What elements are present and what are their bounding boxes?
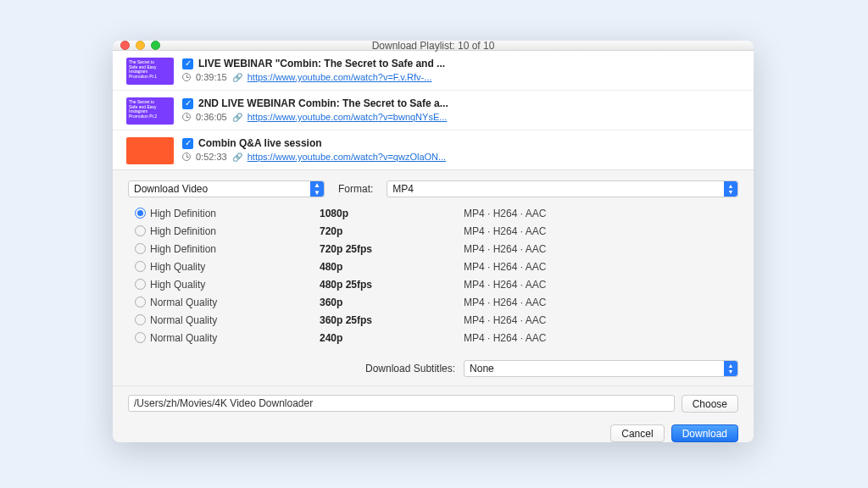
quality-label: High Definition <box>150 243 320 255</box>
video-duration: 0:36:05 <box>196 112 227 122</box>
quality-resolution: 240p <box>320 332 464 344</box>
titlebar: Download Playlist: 10 of 10 <box>113 41 754 51</box>
path-row: /Users/zh/Movies/4K Video Downloader Cho… <box>113 385 754 421</box>
quality-codec: MP4 · H264 · AAC <box>464 243 732 255</box>
playlist-item-info: ✓LIVE WEBINAR "Combin: The Secret to Saf… <box>182 58 445 85</box>
video-url[interactable]: https://www.youtube.com/watch?v=bwnqNYsE… <box>248 112 448 122</box>
quality-label: High Definition <box>150 225 320 237</box>
quality-codec: MP4 · H264 · AAC <box>464 261 732 273</box>
quality-label: High Quality <box>150 261 320 273</box>
save-path-value: /Users/zh/Movies/4K Video Downloader <box>134 397 313 409</box>
quality-label: High Definition <box>150 208 320 219</box>
dialog-window: Download Playlist: 10 of 10 The Secret t… <box>113 41 754 442</box>
dialog-actions: Cancel Download <box>113 421 754 442</box>
video-thumbnail: The Secret to Safe and Easy Instagram Pr… <box>126 58 174 85</box>
video-thumbnail <box>126 137 174 164</box>
checkbox-checked-icon[interactable]: ✓ <box>182 138 193 149</box>
controls-row: Download Video ▲▼ Format: MP4 ▲▼ <box>113 170 754 201</box>
clock-icon <box>182 113 191 121</box>
choose-button[interactable]: Choose <box>682 395 738 413</box>
quality-row[interactable]: Normal Quality360pMP4 · H264 · AAC <box>135 293 732 311</box>
quality-label: Normal Quality <box>150 297 320 308</box>
quality-codec: MP4 · H264 · AAC <box>464 208 732 219</box>
video-url[interactable]: https://www.youtube.com/watch?v=qwzOlaON… <box>248 152 446 162</box>
save-path-input[interactable]: /Users/zh/Movies/4K Video Downloader <box>128 395 675 412</box>
video-thumbnail: The Secret to Safe and Easy Instagram Pr… <box>126 97 174 125</box>
quality-row[interactable]: Normal Quality240pMP4 · H264 · AAC <box>135 329 732 347</box>
quality-resolution: 1080p <box>320 208 464 219</box>
playlist-item[interactable]: ✓Combin Q&A live session0:52:33🔗https://… <box>113 130 754 169</box>
video-title: LIVE WEBINAR "Combin: The Secret to Safe… <box>198 58 445 69</box>
quality-radio[interactable] <box>135 279 146 290</box>
quality-resolution: 720p <box>320 225 464 237</box>
cancel-button[interactable]: Cancel <box>610 424 664 442</box>
quality-label: High Quality <box>150 279 320 291</box>
format-select-value: MP4 <box>392 183 414 195</box>
choose-button-label: Choose <box>693 398 727 410</box>
mode-select-value: Download Video <box>134 183 208 195</box>
quality-radio[interactable] <box>135 332 146 343</box>
quality-row[interactable]: High Definition720pMP4 · H264 · AAC <box>135 222 732 240</box>
thumbnail-text: The Secret to Safe and Easy Instagram Pr… <box>129 100 161 119</box>
mode-select[interactable]: Download Video ▲▼ <box>128 180 325 197</box>
subtitles-select[interactable]: None ▲▼ <box>464 360 738 377</box>
format-label: Format: <box>338 183 373 195</box>
quality-resolution: 480p 25fps <box>320 279 464 291</box>
video-title: 2ND LIVE WEBINAR Combin: The Secret to S… <box>198 97 448 109</box>
quality-codec: MP4 · H264 · AAC <box>464 279 732 291</box>
video-url[interactable]: https://www.youtube.com/watch?v=F.v.Rfv-… <box>248 72 432 82</box>
playlist-item-info: ✓2ND LIVE WEBINAR Combin: The Secret to … <box>182 97 448 125</box>
chevron-updown-icon: ▲▼ <box>724 361 737 376</box>
quality-row[interactable]: High Quality480pMP4 · H264 · AAC <box>135 258 732 275</box>
playlist-item[interactable]: The Secret to Safe and Easy Instagram Pr… <box>113 51 754 91</box>
cancel-button-label: Cancel <box>621 428 653 440</box>
quality-codec: MP4 · H264 · AAC <box>464 314 732 326</box>
quality-resolution: 720p 25fps <box>320 243 464 255</box>
quality-resolution: 360p 25fps <box>320 314 464 326</box>
quality-radio[interactable] <box>135 225 146 236</box>
quality-radio[interactable] <box>135 261 146 272</box>
quality-radio[interactable] <box>135 314 146 325</box>
chevron-updown-icon: ▲▼ <box>310 181 324 197</box>
video-duration: 0:39:15 <box>196 72 227 82</box>
download-button[interactable]: Download <box>671 424 738 442</box>
chevron-updown-icon: ▲▼ <box>724 181 737 197</box>
playlist: The Secret to Safe and Easy Instagram Pr… <box>113 51 754 170</box>
quality-resolution: 480p <box>320 261 464 273</box>
window-title: Download Playlist: 10 of 10 <box>113 41 754 52</box>
quality-row[interactable]: High Definition1080pMP4 · H264 · AAC <box>135 204 732 222</box>
quality-row[interactable]: Normal Quality360p 25fpsMP4 · H264 · AAC <box>135 311 732 329</box>
format-select[interactable]: MP4 ▲▼ <box>387 180 738 197</box>
subtitles-select-value: None <box>470 363 494 374</box>
quality-resolution: 360p <box>320 297 464 308</box>
quality-row[interactable]: High Definition720p 25fpsMP4 · H264 · AA… <box>135 240 732 258</box>
download-button-label: Download <box>682 428 727 440</box>
quality-radio[interactable] <box>135 208 146 219</box>
quality-label: Normal Quality <box>150 332 320 344</box>
quality-codec: MP4 · H264 · AAC <box>464 297 732 308</box>
video-title: Combin Q&A live session <box>198 137 322 149</box>
quality-label: Normal Quality <box>150 314 320 326</box>
subtitles-row: Download Subtitles: None ▲▼ <box>113 353 754 385</box>
playlist-item[interactable]: The Secret to Safe and Easy Instagram Pr… <box>113 91 754 130</box>
link-icon: 🔗 <box>232 113 242 122</box>
video-duration: 0:52:33 <box>196 152 227 162</box>
quality-list: High Definition1080pMP4 · H264 · AACHigh… <box>113 201 754 353</box>
link-icon: 🔗 <box>232 73 242 82</box>
clock-icon <box>182 152 191 161</box>
quality-radio[interactable] <box>135 243 146 254</box>
quality-radio[interactable] <box>135 297 146 308</box>
quality-codec: MP4 · H264 · AAC <box>464 332 732 344</box>
thumbnail-text: The Secret to Safe and Easy Instagram Pr… <box>129 60 161 79</box>
checkbox-checked-icon[interactable]: ✓ <box>182 58 193 69</box>
playlist-item-info: ✓Combin Q&A live session0:52:33🔗https://… <box>182 137 446 164</box>
link-icon: 🔗 <box>232 152 242 162</box>
quality-codec: MP4 · H264 · AAC <box>464 225 732 237</box>
clock-icon <box>182 73 191 81</box>
subtitles-label: Download Subtitles: <box>365 363 455 374</box>
quality-row[interactable]: High Quality480p 25fpsMP4 · H264 · AAC <box>135 275 732 293</box>
checkbox-checked-icon[interactable]: ✓ <box>182 98 193 109</box>
